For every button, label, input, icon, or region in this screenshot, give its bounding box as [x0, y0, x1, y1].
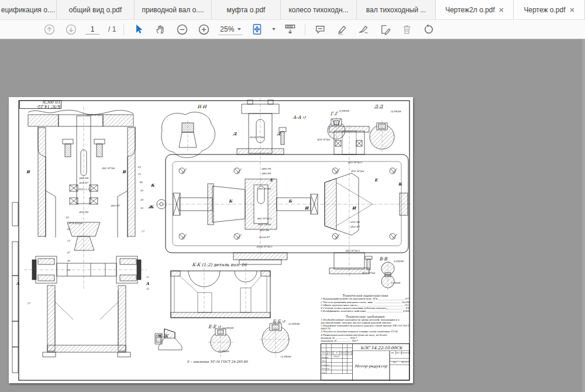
toolbar-separator	[305, 23, 305, 35]
dimension-label: Ø66 D9/k6	[258, 223, 271, 226]
section-letter: Б	[229, 198, 232, 204]
tab-label: вал тихоходный ...	[366, 6, 426, 14]
select-tool-button[interactable]	[132, 22, 146, 36]
tab-specification[interactable]: ецификация о....	[0, 0, 57, 19]
section-letter: К	[151, 183, 154, 188]
balloon-number: 62	[67, 228, 70, 231]
balloon-number: 47	[67, 252, 70, 255]
tab-wheel[interactable]: колесо тихоходн...	[281, 0, 357, 19]
dimension-label: Ø32 H6	[79, 211, 88, 214]
dimension-label: Ø60 H7/k6	[258, 188, 271, 191]
dimension-label: Ø32 H6	[260, 229, 269, 232]
document-canvas: БЛС 14.22-10.00СБ Техническая характерис…	[0, 39, 585, 392]
section-letter: В	[26, 169, 30, 174]
dimension-label: 12 P9/h9	[218, 350, 229, 353]
dimension-label: 10 JS9/h9	[288, 323, 300, 326]
annotation-layer: И-ИА-А ↺Г-ГД-ДВ-ВК-К (1:2) деталь поз. 1…	[9, 97, 413, 383]
dimension-label: Ø180 H7/js6	[87, 114, 101, 117]
balloon-number: 62	[137, 166, 140, 169]
zoom-in-button[interactable]	[197, 22, 211, 36]
view-label: К-К (1:2) деталь поз. 16	[192, 262, 247, 267]
dimension-label: Ø80 H9	[79, 177, 88, 180]
balloon-number: 33	[137, 173, 140, 176]
fit-width-button[interactable]	[283, 22, 297, 36]
dimension-label: Ø32 H7/k6	[351, 170, 364, 173]
balloon-number: 26	[140, 190, 143, 192]
zoom-level-dropdown[interactable]: 25%	[218, 24, 243, 35]
tab-coupling[interactable]: муфта o.pdf	[212, 0, 281, 19]
view-label: Е-Е ↺	[208, 324, 221, 329]
dimension-label: Ø28 H7	[79, 182, 88, 185]
trash-button[interactable]	[400, 22, 414, 36]
balloon-number: 12	[146, 276, 149, 279]
tab-bar: ецификация о.... общий вид o.pdf приводн…	[0, 0, 585, 20]
tab-label: колесо тихоходн...	[288, 6, 348, 14]
comment-tool-button[interactable]	[313, 22, 327, 36]
balloon-number: 80	[139, 181, 142, 184]
tab-close-icon[interactable]	[499, 8, 504, 12]
tab-slow-shaft[interactable]: вал тихоходный ...	[357, 0, 436, 19]
tab-close-icon[interactable]	[570, 8, 574, 12]
balloon-number: 23	[67, 240, 70, 243]
tab-general-view[interactable]: общий вид o.pdf	[57, 0, 135, 19]
view-label: В-В	[379, 256, 387, 262]
pdf-page: БЛС 14.22-10.00СБ Техническая характерис…	[9, 97, 413, 383]
dimension-label: 10 P9/h9	[280, 356, 291, 359]
dimension-label: Ø62 H7/h6	[102, 167, 115, 170]
edit-stamp-button[interactable]	[378, 22, 392, 36]
zoom-out-button[interactable]	[175, 22, 189, 36]
dimension-label: Ø62 H7/k11	[346, 250, 360, 253]
dimension-label: Ø62 H7	[111, 205, 120, 208]
dimension-label: Ø22 H7/k6	[362, 272, 375, 275]
page-count-label: / 1	[108, 25, 116, 33]
tab-drawing-2l[interactable]: Чертеж2л o.pdf	[436, 0, 514, 19]
dimension-label: 6 P9/h9	[391, 282, 400, 285]
dimension-label: Ø74 H7/js6	[69, 222, 82, 225]
tab-drawing[interactable]: Чертеж o.pdf	[514, 0, 585, 19]
hand-tool-button[interactable]	[153, 22, 167, 36]
toolbar-separator	[123, 23, 124, 35]
section-letter: Ж	[148, 204, 153, 209]
tab-label: Чертеж2л o.pdf	[445, 6, 495, 14]
section-letter: Е	[270, 177, 273, 183]
balloon-number: 27	[27, 302, 30, 305]
section-letter: К	[398, 181, 402, 187]
toolbar: / 1 25%	[0, 20, 585, 39]
dimension-label: Ø100 H7/h6	[250, 136, 264, 139]
tab-label: приводной вал о....	[142, 6, 204, 14]
dimension-label: Ø62 H7	[350, 226, 360, 229]
balloon-number: 46	[67, 260, 70, 263]
drawing-note: ① – заклепки ЭТ-34 ГОСТ 24-285-80	[187, 360, 248, 363]
dimension-label: 6 JS9/h9	[393, 260, 403, 263]
dimension-label: M20×1,5	[78, 188, 90, 191]
dimension-label: Ø80 H9	[261, 173, 271, 176]
dimension-label: Ø28 H7/k6	[317, 139, 330, 142]
view-label: Ж-Ж	[157, 333, 168, 339]
rotate-view-button[interactable]	[421, 22, 435, 36]
dimension-label: Ø62 H7/k11	[257, 218, 272, 221]
balloon-number: 22	[146, 288, 149, 291]
section-letter: И	[352, 205, 356, 211]
vertical-scrollbar[interactable]	[582, 39, 585, 392]
view-label: Г-Г	[331, 111, 338, 116]
highlight-tool-button[interactable]	[335, 22, 349, 36]
fill-sign-button[interactable]	[356, 22, 370, 36]
next-page-button[interactable]	[64, 22, 78, 36]
chevron-down-icon	[238, 28, 241, 30]
tab-label: общий вид o.pdf	[69, 6, 122, 14]
previous-page-button[interactable]	[42, 22, 56, 36]
dimension-label: Ø32 H6	[350, 221, 360, 224]
chevron-down-icon[interactable]	[272, 28, 276, 30]
dimension-label: Ø32 H7/k11	[348, 161, 363, 164]
section-letter: Е	[374, 177, 377, 183]
tab-label: Чертеж o.pdf	[524, 6, 565, 14]
view-label: Б-Б ↺	[273, 319, 285, 324]
section-letter: А	[16, 281, 19, 286]
page-number-input[interactable]	[85, 24, 99, 35]
page-display-options-button[interactable]	[250, 22, 264, 36]
section-letter: А	[146, 281, 149, 286]
view-label: А-А ↺	[293, 115, 307, 120]
section-letter: Д	[277, 131, 280, 136]
dimension-label: Ø80 D9	[261, 168, 270, 171]
tab-drive-shaft[interactable]: приводной вал о....	[135, 0, 212, 19]
